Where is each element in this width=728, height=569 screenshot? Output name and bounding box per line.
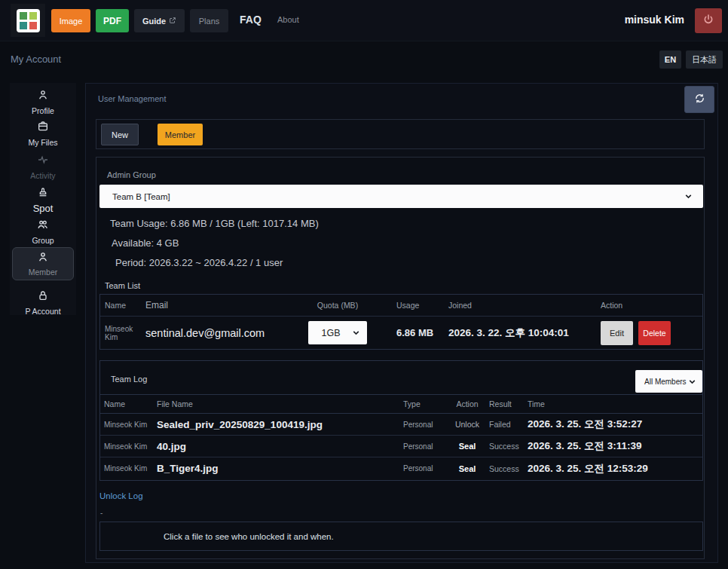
col-action: Action — [598, 301, 702, 310]
logo-icon — [17, 9, 40, 32]
log-row[interactable]: Minseok Kim Sealed_priv_20250829_100419.… — [100, 414, 702, 436]
admin-group-label: Admin Group — [107, 170, 156, 179]
app-root: Image PDF Guide Plans FAQ About minsuk K… — [0, 0, 728, 569]
quota-selected-value: 1GB — [321, 328, 340, 338]
log-row[interactable]: Minseok Kim 40.jpg Personal Seal Success… — [100, 436, 702, 457]
unlock-log-dash: - — [100, 509, 102, 517]
col-action: Action — [450, 399, 485, 408]
panel-title: User Management — [98, 94, 167, 103]
lock-icon — [37, 289, 49, 304]
activity-icon — [37, 154, 49, 169]
col-joined: Joined — [447, 301, 598, 310]
app-logo[interactable] — [11, 4, 45, 37]
refresh-icon — [694, 93, 705, 106]
log-type: Personal — [399, 421, 450, 429]
admin-group-select[interactable]: Team B [Team] — [99, 185, 703, 208]
log-result: Failed — [485, 420, 524, 429]
logout-button[interactable] — [695, 8, 722, 33]
unlock-log-empty-box: Click a file to see who unlocked it and … — [99, 522, 703, 551]
member-email: sentinal.dev@gmail.com — [145, 327, 285, 339]
log-action: Seal — [450, 442, 485, 451]
pdf-nav-button[interactable]: PDF — [96, 9, 129, 32]
period-text: Period: 2026.3.22 ~ 2026.4.22 / 1 user — [115, 257, 283, 268]
log-time: 2026. 3. 25. 오전 12:53:29 — [524, 462, 702, 476]
team-list-title: Team List — [105, 281, 140, 290]
user-management-panel: User Management New Member Admin Group T… — [85, 83, 718, 563]
log-type: Personal — [399, 464, 450, 473]
faq-link[interactable]: FAQ — [240, 14, 262, 26]
person-icon — [37, 89, 49, 104]
tab-member-active[interactable]: Member — [158, 124, 203, 145]
team-member-row: Minseok Kim sentinal.dev@gmail.com 1GB 6… — [100, 316, 702, 349]
sidebar: Profile My Files Activity Spot Group Mem… — [10, 83, 76, 315]
member-filter-selected-value: All Members — [644, 378, 687, 386]
unlock-log-title[interactable]: Unlock Log — [99, 491, 143, 500]
about-link[interactable]: About — [277, 15, 299, 24]
log-file-name[interactable]: Sealed_priv_20250829_100419.jpg — [154, 419, 399, 430]
person-icon — [37, 251, 49, 266]
col-name: Name — [100, 301, 145, 310]
power-icon — [702, 14, 714, 28]
log-file-name[interactable]: 40.jpg — [154, 441, 399, 452]
page-title: My Account — [11, 54, 61, 65]
member-name: Minseok Kim — [100, 325, 145, 341]
stamp-icon — [37, 185, 49, 200]
team-log-table: Name File Name Type Action Result Time M… — [100, 394, 702, 479]
sidebar-item-p-account[interactable]: P Account — [10, 289, 76, 316]
log-action: Seal — [450, 464, 485, 473]
unlock-log-empty-message: Click a file to see who unlocked it and … — [164, 532, 334, 541]
tab-new[interactable]: New — [101, 124, 139, 145]
delete-button[interactable]: Delete — [638, 321, 671, 345]
available-text: Available: 4 GB — [112, 237, 179, 249]
col-quota: Quota (MB) — [285, 301, 390, 310]
log-type: Personal — [399, 442, 450, 451]
language-en-button[interactable]: EN — [659, 50, 681, 69]
sidebar-item-label: Spot — [33, 203, 54, 214]
sidebar-item-label: Group — [32, 236, 54, 245]
team-usage-text: Team Usage: 6.86 MB / 1GB (Left: 1017.14… — [110, 218, 319, 229]
col-file-name: File Name — [154, 399, 399, 408]
log-name: Minseok Kim — [100, 442, 154, 451]
admin-group-selected-value: Team B [Team] — [112, 192, 170, 201]
log-time: 2026. 3. 25. 오전 3:52:27 — [524, 418, 702, 431]
log-file-name[interactable]: B_Tiger4.jpg — [154, 463, 399, 474]
col-time: Time — [524, 399, 702, 408]
member-joined: 2026. 3. 22. 오후 10:04:01 — [447, 326, 598, 340]
col-result: Result — [485, 399, 524, 408]
tabs-bar: New Member — [96, 119, 705, 149]
chevron-down-icon — [351, 328, 361, 338]
sidebar-item-profile[interactable]: Profile — [10, 89, 76, 115]
member-usage: 6.86 MB — [390, 327, 447, 338]
log-name: Minseok Kim — [100, 421, 154, 429]
col-name: Name — [100, 399, 154, 408]
member-filter-select[interactable]: All Members — [635, 370, 702, 393]
plans-button[interactable]: Plans — [190, 9, 228, 32]
chevron-down-icon — [684, 191, 693, 201]
quota-select[interactable]: 1GB — [308, 321, 367, 344]
log-row[interactable]: Minseok Kim B_Tiger4.jpg Personal Seal S… — [100, 457, 702, 479]
edit-button[interactable]: Edit — [601, 321, 633, 345]
col-usage: Usage — [390, 301, 447, 310]
sidebar-item-group[interactable]: Group — [10, 219, 76, 245]
member-content-box: Admin Group Team B [Team] Team Usage: 6.… — [96, 157, 705, 559]
sidebar-item-label: Member — [29, 268, 58, 277]
chevron-down-icon — [687, 377, 697, 387]
refresh-button[interactable] — [684, 86, 714, 113]
sidebar-item-member-selected[interactable]: Member — [12, 247, 74, 280]
team-list-table: Name Email Quota (MB) Usage Joined Actio… — [99, 294, 703, 350]
language-japanese-button[interactable]: 日本語 — [686, 50, 723, 69]
briefcase-icon — [37, 121, 49, 136]
sidebar-item-activity[interactable]: Activity — [10, 154, 76, 180]
sidebar-item-label: Profile — [32, 106, 54, 115]
sidebar-item-spot[interactable]: Spot — [10, 185, 76, 214]
image-nav-button[interactable]: Image — [51, 9, 90, 32]
log-result: Success — [485, 464, 524, 473]
sidebar-item-label: Activity — [30, 171, 55, 180]
sidebar-item-my-files[interactable]: My Files — [10, 121, 76, 147]
topbar: Image PDF Guide Plans FAQ About minsuk K… — [0, 0, 728, 41]
external-link-icon — [169, 17, 176, 26]
sidebar-item-label: P Account — [25, 307, 60, 316]
log-time: 2026. 3. 25. 오전 3:11:39 — [524, 439, 702, 453]
guide-button[interactable]: Guide — [134, 9, 185, 32]
col-email: Email — [145, 300, 285, 311]
